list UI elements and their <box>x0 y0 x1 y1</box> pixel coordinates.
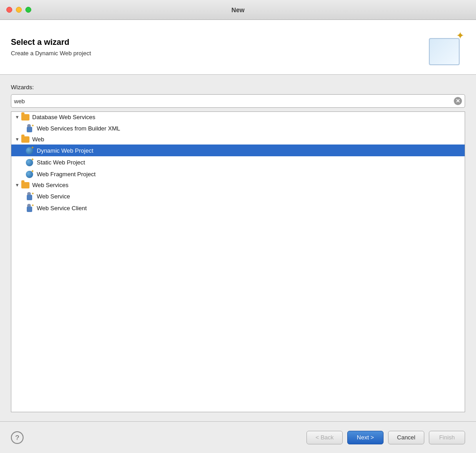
list-item-web-fragment[interactable]: ✦ Web Fragment Project <box>11 168 465 180</box>
header-text: Select a wizard Create a Dynamic Web pro… <box>11 38 91 57</box>
page-subtitle: Create a Dynamic Web project <box>11 50 91 57</box>
wizard-icon-dynamic: ✦ <box>26 146 34 154</box>
next-button[interactable]: Next > <box>347 431 384 444</box>
finish-button[interactable]: Finish <box>429 431 465 444</box>
service-icon-wsc: ✦ <box>26 204 34 212</box>
title-bar: New <box>0 0 476 20</box>
list-item-web-service-client[interactable]: ✦ Web Service Client <box>11 202 465 214</box>
item-label-web-fragment: Web Fragment Project <box>37 171 96 178</box>
search-bar: ✕ <box>11 94 465 108</box>
help-button[interactable]: ? <box>11 431 24 444</box>
wizards-label: Wizards: <box>11 84 465 91</box>
folder-icon-webservices <box>21 182 29 188</box>
wizard-tree[interactable]: ▼ Database Web Services ✦ Web Services f… <box>11 111 465 412</box>
item-label-web-service-client: Web Service Client <box>37 205 87 212</box>
wizard-icon-static: ✦ <box>26 158 34 166</box>
traffic-lights <box>6 7 31 13</box>
search-input[interactable] <box>14 98 454 105</box>
dialog-content: Select a wizard Create a Dynamic Web pro… <box>0 20 476 453</box>
page-title: Select a wizard <box>11 38 91 47</box>
category-label-database: Database Web Services <box>32 114 95 120</box>
item-label-dynamic-web: Dynamic Web Project <box>37 147 93 154</box>
tree-category-webservices[interactable]: ▼ Web Services <box>11 180 465 190</box>
collapse-arrow-webservices: ▼ <box>15 183 19 188</box>
item-label-builder-xml: Web Services from Builder XML <box>37 125 120 132</box>
tree-category-database[interactable]: ▼ Database Web Services <box>11 112 465 122</box>
category-label-webservices: Web Services <box>32 182 68 188</box>
collapse-arrow-database: ▼ <box>15 115 19 120</box>
item-label-web-service: Web Service <box>37 193 70 200</box>
category-label-web: Web <box>32 136 44 143</box>
list-item-static-web[interactable]: ✦ Static Web Project <box>11 156 465 168</box>
tree-category-web[interactable]: ▼ Web <box>11 134 465 145</box>
header-wizard-icon: ✦ <box>429 29 465 65</box>
header-section: Select a wizard Create a Dynamic Web pro… <box>0 20 476 75</box>
service-icon-ws: ✦ <box>26 192 34 200</box>
list-item-builder-xml[interactable]: ✦ Web Services from Builder XML <box>11 122 465 134</box>
footer: ? < Back Next > Cancel Finish <box>0 421 476 453</box>
collapse-arrow-web: ▼ <box>15 137 19 142</box>
window-title: New <box>232 6 245 14</box>
service-icon-builder: ✦ <box>26 124 34 132</box>
help-icon: ? <box>15 434 19 441</box>
footer-buttons: < Back Next > Cancel Finish <box>306 431 465 444</box>
search-clear-button[interactable]: ✕ <box>454 97 462 105</box>
cancel-button[interactable]: Cancel <box>388 431 424 444</box>
item-label-static-web: Static Web Project <box>37 159 85 166</box>
list-item-web-service[interactable]: ✦ Web Service <box>11 190 465 202</box>
list-item-dynamic-web[interactable]: ✦ Dynamic Web Project <box>11 145 465 156</box>
back-button[interactable]: < Back <box>306 431 343 444</box>
minimize-button[interactable] <box>16 7 22 13</box>
main-body: Wizards: ✕ ▼ Database Web Services ✦ Web… <box>0 75 476 421</box>
wizard-icon-fragment: ✦ <box>26 170 34 178</box>
sparkle-icon: ✦ <box>456 30 464 42</box>
header-icon-bg <box>429 38 460 65</box>
folder-icon-web <box>21 136 29 143</box>
close-button[interactable] <box>6 7 12 13</box>
zoom-button[interactable] <box>25 7 31 13</box>
folder-icon-database <box>21 114 29 120</box>
